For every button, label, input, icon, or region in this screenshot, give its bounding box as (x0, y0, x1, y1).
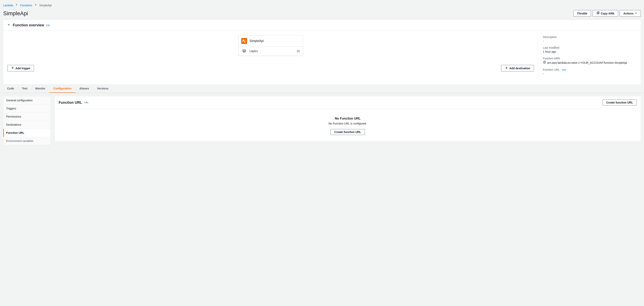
function-overview-panel: Function overview Info SimpleApi Layers … (3, 20, 641, 85)
sidenav-destinations[interactable]: Destinations (3, 121, 50, 129)
function-url-label: Function URL (543, 68, 560, 71)
lambda-icon (241, 38, 247, 44)
tab-code[interactable]: Code (3, 85, 18, 93)
info-link[interactable]: Info (562, 68, 566, 71)
function-arn-value: arn:aws:lambda:eu-west-1:YOUR_ACCOUNT:fu… (547, 61, 627, 64)
info-link[interactable]: Info (46, 24, 50, 27)
info-link[interactable]: Info (84, 101, 88, 104)
last-modified-label: Last modified (543, 46, 637, 49)
chevron-right-icon (15, 3, 18, 7)
tab-versions[interactable]: Versions (93, 85, 112, 93)
tab-configuration[interactable]: Configuration (50, 85, 76, 93)
sidenav-function-url[interactable]: Function URL (3, 129, 50, 137)
function-overview-title: Function overview (13, 23, 44, 27)
description-value: - (543, 39, 637, 43)
function-url-panel: Function URL Info Create function URL No… (54, 96, 641, 141)
add-destination-label: Add destination (509, 67, 530, 70)
caret-down-icon (7, 24, 10, 27)
breadcrumb-current: SimpleApi (39, 4, 52, 7)
copy-icon[interactable] (543, 61, 546, 65)
sidenav-triggers[interactable]: Triggers (3, 104, 50, 113)
function-name: SimpleApi (250, 39, 264, 43)
sidenav-general-configuration[interactable]: General configuration (3, 96, 50, 104)
add-destination-button[interactable]: Add destination (501, 65, 534, 71)
create-function-url-button-empty[interactable]: Create function URL (330, 129, 365, 135)
copy-icon (596, 12, 600, 15)
add-trigger-button[interactable]: Add trigger (7, 65, 34, 71)
actions-dropdown-button[interactable]: Actions (620, 10, 641, 17)
plus-icon (505, 66, 508, 70)
empty-heading: No Function URL (59, 117, 637, 120)
empty-text: No Function URL is configured. (59, 122, 637, 125)
function-arn-label: Function ARN (543, 57, 637, 60)
throttle-button[interactable]: Throttle (573, 10, 591, 17)
actions-label: Actions (624, 12, 634, 15)
configuration-content: General configuration Triggers Permissio… (0, 93, 644, 148)
sidenav-permissions[interactable]: Permissions (3, 113, 50, 121)
function-overview-header[interactable]: Function overview Info (3, 20, 641, 31)
page-header: SimpleApi Throttle Copy ARN Actions (0, 9, 644, 20)
function-meta: Description - Last modified 1 hour ago F… (538, 35, 637, 79)
last-modified-value: 1 hour ago (543, 50, 637, 53)
layers-count: (0) (297, 50, 300, 53)
copy-arn-label: Copy ARN (601, 12, 614, 15)
chevron-right-icon (34, 3, 37, 7)
tab-aliases[interactable]: Aliases (76, 85, 93, 93)
function-url-value: - (543, 72, 637, 75)
tabs: Code Test Monitor Configuration Aliases … (0, 85, 644, 93)
page-title: SimpleApi (3, 10, 28, 17)
tab-test[interactable]: Test (18, 85, 32, 93)
function-url-empty-state: No Function URL No Function URL is confi… (55, 109, 641, 141)
header-actions: Throttle Copy ARN Actions (573, 10, 641, 17)
tab-monitor[interactable]: Monitor (32, 85, 50, 93)
copy-arn-button[interactable]: Copy ARN (593, 10, 618, 17)
config-sidenav: General configuration Triggers Permissio… (3, 96, 50, 145)
layers-label: Layers (250, 50, 258, 53)
description-label: Description (543, 35, 637, 39)
layers-icon (241, 49, 247, 53)
breadcrumb-functions[interactable]: Functions (20, 4, 32, 7)
sidenav-environment-variables[interactable]: Environment variables (3, 137, 50, 145)
create-function-url-button[interactable]: Create function URL (602, 100, 637, 105)
add-trigger-label: Add trigger (16, 67, 30, 70)
layers-row[interactable]: Layers (0) (238, 46, 303, 56)
function-diagram: SimpleApi Layers (0) Add trigger (7, 35, 534, 79)
breadcrumb-lambda[interactable]: Lambda (3, 4, 13, 7)
function-box[interactable]: SimpleApi Layers (0) (238, 35, 303, 56)
function-url-panel-title: Function URL (59, 101, 82, 105)
plus-icon (11, 66, 14, 70)
caret-down-icon (635, 12, 637, 15)
breadcrumb: Lambda Functions SimpleApi (0, 0, 644, 9)
